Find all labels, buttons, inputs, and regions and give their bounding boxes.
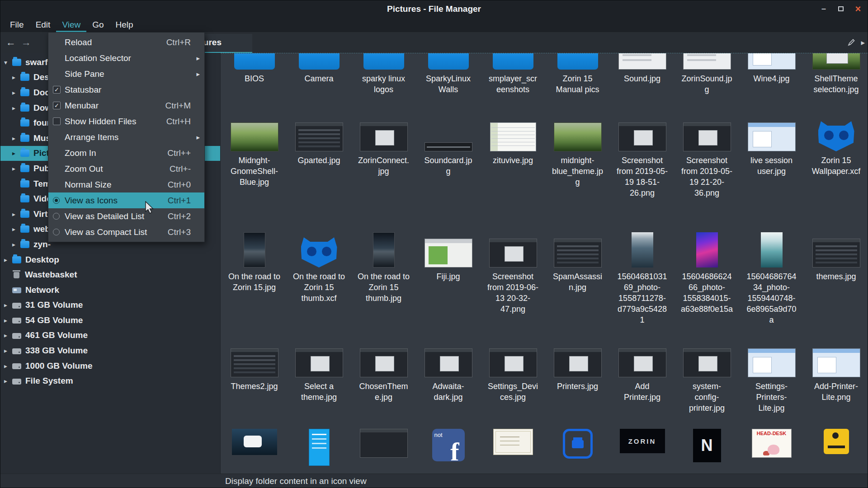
maximize-button[interactable] <box>835 3 847 15</box>
expander-icon[interactable]: ▾ <box>4 59 12 66</box>
file-item-1560468676434-photo-1559440748-6e8965a9d70a[interactable]: 1560468676434_photo-1559440748-6e8965a9d… <box>739 230 804 342</box>
close-button[interactable]: × <box>852 3 864 15</box>
expander-icon[interactable]: ▸ <box>4 332 12 339</box>
file-item-add-printer-lite-png[interactable]: Add-Printer-Lite.png <box>804 342 868 427</box>
expander-icon[interactable]: ▸ <box>12 104 20 112</box>
menubar-item-help[interactable]: Help <box>110 17 139 32</box>
file-item-printers-jpg[interactable]: Printers.jpg <box>545 342 610 427</box>
file-item-screenshot-from-2019-05-19-18-51-26-png[interactable]: Screenshot from 2019-05-19 18-51-26.png <box>610 120 675 230</box>
menu-item-show-hidden-files[interactable]: Show Hidden FilesCtrl+H <box>48 113 204 129</box>
file-item-wine4-jpg[interactable]: Wine4.jpg <box>739 53 804 120</box>
expander-icon[interactable]: ▸ <box>4 301 12 309</box>
file-item-item[interactable]: N <box>675 427 739 474</box>
menu-item-reload[interactable]: ReloadCtrl+R <box>48 34 204 50</box>
file-item-on-the-road-to-zorin-15-thumb-jpg[interactable]: On the road to Zorin 15 thumb.jpg <box>351 230 416 342</box>
file-item-item[interactable] <box>287 427 351 474</box>
expander-icon[interactable]: ▸ <box>4 377 12 385</box>
file-item-adwaita-dark-jpg[interactable]: Adwaita-dark.jpg <box>416 342 481 427</box>
expander-icon[interactable]: ▸ <box>12 211 20 218</box>
file-item-item[interactable] <box>351 427 416 474</box>
file-item-select-a-theme-jpg[interactable]: Select a theme.jpg <box>287 342 351 427</box>
file-item-zorin-15-manual-pics[interactable]: Zorin 15 Manual pics <box>545 53 610 120</box>
file-item-zorinsound-jpg[interactable]: ZorinSound.jpg <box>675 53 739 120</box>
menu-item-menubar[interactable]: ✓MenubarCtrl+M <box>48 98 204 113</box>
file-item-add-printer-jpg[interactable]: Add Printer.jpg <box>610 342 675 427</box>
file-item-zorinconnect-jpg[interactable]: ZorinConnect.jpg <box>351 120 416 230</box>
expander-icon[interactable]: ▸ <box>12 74 20 81</box>
file-item-1560468103169-photo-1558711278-d779a9c54281[interactable]: 1560468103169_photo-1558711278-d779a9c54… <box>610 230 675 342</box>
file-item-bios[interactable]: BIOS <box>222 53 287 120</box>
file-item-camera[interactable]: Camera <box>287 53 351 120</box>
file-item-1560468662466-photo-1558384015-a63e88f0e15a[interactable]: 1560468662466_photo-1558384015-a63e88f0e… <box>675 230 739 342</box>
expander-icon[interactable]: ▸ <box>12 225 20 233</box>
titlebar[interactable]: Pictures - File Manager – × <box>0 0 868 17</box>
file-item-midnight-blue-theme-jpg[interactable]: midnight-blue_theme.jpg <box>545 120 610 230</box>
file-item-item[interactable] <box>481 427 545 474</box>
file-item-item[interactable] <box>545 427 610 474</box>
menu-item-view-as-icons[interactable]: View as IconsCtrl+1 <box>48 192 204 208</box>
file-item-item[interactable]: HEAD-DESK <box>739 427 804 474</box>
menu-item-zoom-in[interactable]: Zoom InCtrl++ <box>48 145 204 161</box>
sidebar-item-desktop[interactable]: ▸Desktop <box>0 252 220 267</box>
menu-item-normal-size[interactable]: Normal SizeCtrl+0 <box>48 177 204 192</box>
file-item-item[interactable] <box>804 427 868 474</box>
menu-item-view-as-detailed-list[interactable]: View as Detailed ListCtrl+2 <box>48 208 204 224</box>
file-item-sparky-linux-logos[interactable]: sparky linux logos <box>351 53 416 120</box>
expander-icon[interactable]: ▸ <box>4 362 12 370</box>
expander-icon[interactable]: ▸ <box>12 241 20 248</box>
file-item-spamassassin-jpg[interactable]: SpamAssassin.jpg <box>545 230 610 342</box>
back-button[interactable]: ← <box>3 35 19 50</box>
file-item-item[interactable] <box>222 427 287 474</box>
file-item-screenshot-from-2019-05-19-21-20-36-png[interactable]: Screenshot from 2019-05-19 21-20-36.png <box>675 120 739 230</box>
file-item-sound-jpg[interactable]: Sound.jpg <box>610 53 675 120</box>
file-item-item[interactable]: fnot <box>416 427 481 474</box>
file-item-settings-printers-lite-jpg[interactable]: Settings-Printers-Lite.jpg <box>739 342 804 427</box>
expander-icon[interactable]: ▸ <box>4 347 12 354</box>
icon-view[interactable]: BIOSCamerasparky linux logosSparkyLinux … <box>221 53 868 474</box>
file-item-smplayer-screenshots[interactable]: smplayer_screenshots <box>481 53 545 120</box>
sidebar-item-file-system[interactable]: ▸File System <box>0 373 220 389</box>
menubar-item-edit[interactable]: Edit <box>30 17 57 32</box>
minimize-button[interactable]: – <box>818 3 830 15</box>
menu-item-statusbar[interactable]: ✓Statusbar <box>48 82 204 98</box>
sidebar-item-wastebasket[interactable]: Wastebasket <box>0 267 220 282</box>
menubar-item-view[interactable]: View <box>56 17 86 32</box>
file-item-zorin-15-wallpaper-xcf[interactable]: Zorin 15 Wallpaper.xcf <box>804 120 868 230</box>
expander-icon[interactable]: ▸ <box>12 135 20 142</box>
file-item-gparted-jpg[interactable]: Gparted.jpg <box>287 120 351 230</box>
sidebar-item-338-gb-volume[interactable]: ▸338 GB Volume <box>0 343 220 358</box>
menu-item-location-selector[interactable]: Location Selector▸ <box>48 50 204 66</box>
sidebar-item-1000-gb-volume[interactable]: ▸1000 GB Volume <box>0 358 220 374</box>
file-item-midnght-gnomeshell-blue-jpg[interactable]: Midnght-GnomeShell-Blue.jpg <box>222 120 287 230</box>
rename-path-button[interactable] <box>847 38 855 47</box>
file-item-screenshot-from-2019-06-13-20-32-47-png[interactable]: Screenshot from 2019-06-13 20-32-47.png <box>481 230 545 342</box>
menubar-item-file[interactable]: File <box>4 17 30 32</box>
expander-icon[interactable]: ▸ <box>12 165 20 172</box>
file-item-soundcard-jpg[interactable]: Soundcard.jpg <box>416 120 481 230</box>
menu-item-arrange-items[interactable]: Arrange Items▸ <box>48 129 204 145</box>
expander-icon[interactable]: ▸ <box>4 256 12 263</box>
menu-item-view-as-compact-list[interactable]: View as Compact ListCtrl+3 <box>48 224 204 240</box>
sidebar-item-461-gb-volume[interactable]: ▸461 GB Volume <box>0 328 220 343</box>
file-item-live-session-user-jpg[interactable]: live session user.jpg <box>739 120 804 230</box>
file-item-fiji-jpg[interactable]: Fiji.jpg <box>416 230 481 342</box>
file-item-settings-devices-jpg[interactable]: Settings_Devices.jpg <box>481 342 545 427</box>
menu-item-zoom-out[interactable]: Zoom OutCtrl+- <box>48 161 204 177</box>
file-item-chosentheme-jpg[interactable]: ChosenTheme.jpg <box>351 342 416 427</box>
expander-icon[interactable]: ▸ <box>12 150 20 157</box>
file-item-on-the-road-to-zorin-15-jpg[interactable]: On the road to Zorin 15.jpg <box>222 230 287 342</box>
file-item-item[interactable]: ZORIN <box>610 427 675 474</box>
expander-icon[interactable]: ▸ <box>12 89 20 96</box>
file-item-zituvive-jpg[interactable]: zituvive.jpg <box>481 120 545 230</box>
forward-button[interactable]: → <box>19 35 34 50</box>
scroll-tabs-right-button[interactable]: ▸ <box>861 38 865 47</box>
file-item-sparkylinux-walls[interactable]: SparkyLinux Walls <box>416 53 481 120</box>
sidebar-item-54-gb-volume[interactable]: ▸54 GB Volume <box>0 313 220 328</box>
menubar-item-go[interactable]: Go <box>86 17 109 32</box>
sidebar-item-network[interactable]: Network <box>0 282 220 298</box>
expander-icon[interactable]: ▸ <box>4 317 12 324</box>
file-item-system-config-printer-jpg[interactable]: system-config-printer.jpg <box>675 342 739 427</box>
file-item-themes-jpg[interactable]: themes.jpg <box>804 230 868 342</box>
menu-item-side-pane[interactable]: Side Pane▸ <box>48 66 204 82</box>
file-item-themes2-jpg[interactable]: Themes2.jpg <box>222 342 287 427</box>
